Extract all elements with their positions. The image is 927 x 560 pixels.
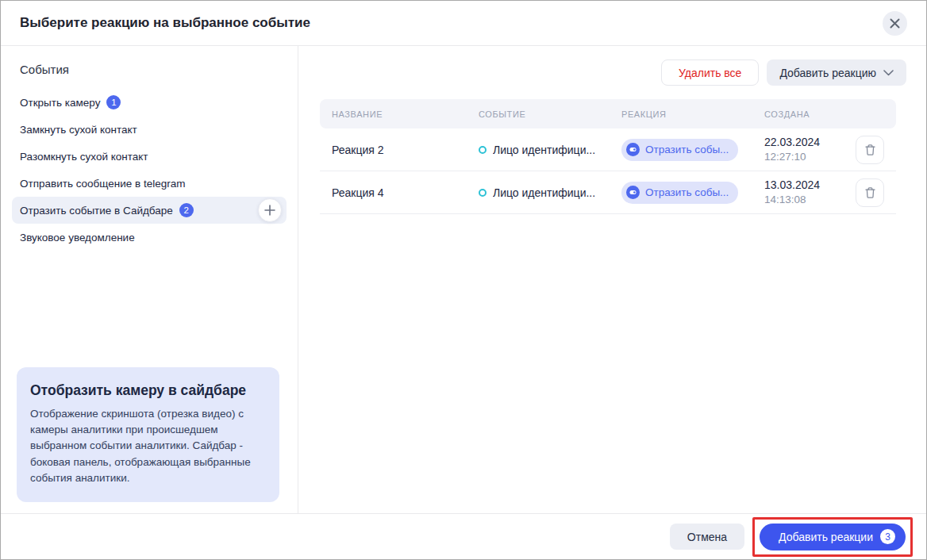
reaction-dialog: Выберите реакцию на выбранное событие Со…: [0, 0, 927, 560]
column-header-name: НАЗВАНИЕ: [332, 109, 479, 119]
created-time: 12:27:10: [764, 150, 856, 164]
reaction-chip-label: Отразить собы...: [645, 186, 729, 198]
close-icon: [890, 18, 900, 29]
submit-button-label: Добавить реакции: [779, 531, 873, 543]
plus-icon: [264, 205, 275, 216]
reaction-cell: Отразить собы...: [621, 182, 764, 204]
reaction-name: Реакция 4: [332, 186, 479, 199]
event-status-icon: [479, 146, 487, 154]
event-item-label: Разомкнуть сухой контакт: [20, 151, 148, 163]
sidebar-item-close-dry-contact[interactable]: Замкнуть сухой контакт: [12, 116, 287, 143]
event-item-label: Отправить сообщение в telegram: [20, 178, 186, 190]
column-header-created: СОЗДАНА: [764, 109, 856, 119]
created-cell: 22.03.2024 12:27:10: [764, 135, 856, 164]
events-sidebar: События Открыть камеру 1 Замкнуть сухой …: [1, 46, 298, 513]
dialog-body: События Открыть камеру 1 Замкнуть сухой …: [1, 46, 926, 513]
table-row: Реакция 4 Лицо идентифици... Отразить со…: [320, 171, 896, 214]
info-card-body: Отображение скриншота (отрезка видео) с …: [30, 406, 266, 486]
info-card-title: Отобразить камеру в сайдбаре: [30, 382, 266, 399]
add-reaction-dropdown-label: Добавить реакцию: [779, 67, 876, 79]
actions-cell: [856, 136, 884, 164]
reactions-toolbar: Удалить все Добавить реакцию: [320, 59, 906, 86]
delete-all-button[interactable]: Удалить все: [661, 59, 759, 86]
red-highlight-annotation: Добавить реакции 3: [752, 517, 913, 557]
sidebar-reaction-icon: [626, 186, 640, 199]
count-badge: 2: [179, 203, 194, 217]
column-header-reaction: РЕАКЦИЯ: [621, 109, 764, 119]
submit-count-badge: 3: [880, 529, 895, 544]
count-badge: 1: [106, 95, 121, 109]
created-date: 13.03.2024: [764, 178, 856, 193]
sidebar-item-telegram-message[interactable]: Отправить сообщение в telegram: [12, 170, 287, 197]
event-item-label: Отразить событие в Сайдбаре: [20, 205, 173, 217]
created-time: 14:13:08: [764, 193, 856, 207]
reaction-chip[interactable]: Отразить собы...: [621, 139, 738, 161]
reaction-event-cell: Лицо идентифици...: [479, 186, 621, 199]
info-card: Отобразить камеру в сайдбаре Отображение…: [17, 367, 279, 502]
event-item-label: Открыть камеру: [20, 97, 100, 109]
reaction-chip-label: Отразить собы...: [645, 144, 729, 155]
trash-icon: [864, 144, 876, 156]
event-item-label: Звуковое уведомление: [20, 232, 135, 244]
cancel-button[interactable]: Отмена: [670, 524, 744, 550]
event-name: Лицо идентифици...: [493, 186, 595, 199]
event-item-label: Замкнуть сухой контакт: [20, 124, 137, 136]
reaction-chip[interactable]: Отразить собы...: [621, 182, 738, 204]
sidebar-item-open-camera[interactable]: Открыть камеру 1: [12, 89, 287, 116]
trash-icon: [864, 186, 876, 199]
event-list: Открыть камеру 1 Замкнуть сухой контакт …: [12, 89, 287, 251]
sidebar-item-sidebar-event[interactable]: Отразить событие в Сайдбаре 2: [12, 197, 287, 224]
reaction-name: Реакция 2: [332, 144, 479, 156]
table-row: Реакция 2 Лицо идентифици... Отразить со…: [320, 128, 896, 171]
dialog-header: Выберите реакцию на выбранное событие: [1, 1, 926, 46]
sidebar-item-open-dry-contact[interactable]: Разомкнуть сухой контакт: [12, 143, 287, 170]
created-date: 22.03.2024: [764, 135, 856, 150]
add-reaction-dropdown-button[interactable]: Добавить реакцию: [767, 59, 906, 86]
reactions-table: НАЗВАНИЕ СОБЫТИЕ РЕАКЦИЯ СОЗДАНА Реакция…: [320, 99, 896, 214]
dialog-title: Выберите реакцию на выбранное событие: [20, 15, 310, 31]
event-name: Лицо идентифици...: [493, 144, 595, 156]
created-cell: 13.03.2024 14:13:08: [764, 178, 856, 207]
delete-row-button[interactable]: [856, 178, 884, 207]
actions-cell: [856, 178, 884, 207]
reactions-panel: Удалить все Добавить реакцию НАЗВАНИЕ СО…: [298, 46, 926, 513]
add-reaction-plus-button[interactable]: [258, 198, 282, 222]
close-button[interactable]: [883, 11, 907, 36]
chevron-down-icon: [883, 70, 894, 76]
event-status-icon: [479, 189, 487, 197]
reaction-cell: Отразить собы...: [621, 139, 764, 161]
sidebar-item-sound-notification[interactable]: Звуковое уведомление: [12, 224, 287, 251]
add-reactions-submit-button[interactable]: Добавить реакции 3: [760, 524, 906, 550]
sidebar-reaction-icon: [626, 143, 640, 156]
delete-row-button[interactable]: [856, 136, 884, 164]
sidebar-title: События: [1, 46, 298, 76]
dialog-footer: Отмена Добавить реакции 3: [1, 513, 926, 559]
table-header-row: НАЗВАНИЕ СОБЫТИЕ РЕАКЦИЯ СОЗДАНА: [320, 99, 896, 128]
reaction-event-cell: Лицо идентифици...: [479, 144, 621, 156]
column-header-event: СОБЫТИЕ: [479, 109, 621, 119]
